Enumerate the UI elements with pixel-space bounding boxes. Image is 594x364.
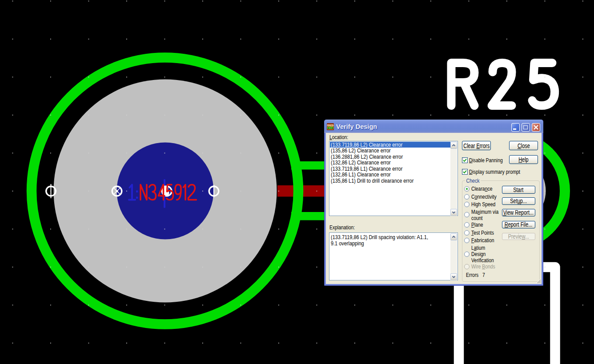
- svg-text:PADS: PADS: [327, 124, 333, 127]
